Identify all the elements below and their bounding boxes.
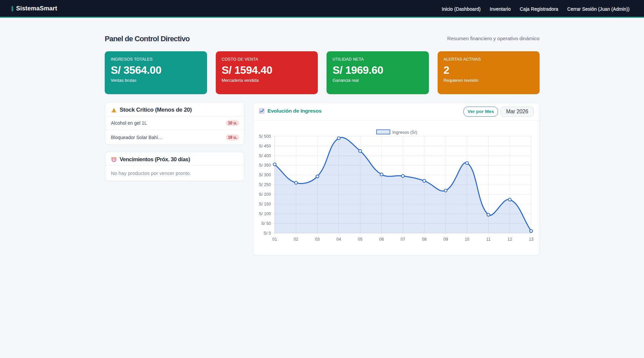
svg-text:S/ 450: S/ 450 bbox=[259, 143, 271, 148]
svg-text:S/ 300: S/ 300 bbox=[259, 173, 271, 177]
svg-text:10: 10 bbox=[465, 237, 469, 242]
svg-text:S/ 0: S/ 0 bbox=[263, 231, 271, 235]
svg-text:11: 11 bbox=[486, 237, 491, 242]
svg-text:Ingresos (S/): Ingresos (S/) bbox=[392, 129, 417, 134]
svg-text:S/ 150: S/ 150 bbox=[259, 202, 271, 206]
svg-text:13: 13 bbox=[529, 237, 534, 242]
svg-text:05: 05 bbox=[358, 237, 362, 242]
svg-text:01: 01 bbox=[272, 237, 277, 242]
svg-text:S/ 100: S/ 100 bbox=[259, 211, 271, 216]
svg-text:S/ 250: S/ 250 bbox=[259, 182, 271, 187]
svg-text:S/ 400: S/ 400 bbox=[259, 153, 271, 158]
svg-text:09: 09 bbox=[443, 237, 448, 242]
svg-text:03: 03 bbox=[315, 237, 320, 242]
svg-text:S/ 350: S/ 350 bbox=[259, 163, 271, 168]
svg-text:06: 06 bbox=[379, 237, 384, 242]
svg-text:02: 02 bbox=[294, 237, 298, 242]
svg-text:07: 07 bbox=[401, 237, 405, 242]
svg-text:S/ 50: S/ 50 bbox=[261, 221, 271, 226]
svg-text:08: 08 bbox=[422, 237, 427, 242]
svg-text:04: 04 bbox=[337, 237, 341, 242]
svg-text:S/ 500: S/ 500 bbox=[259, 134, 271, 138]
svg-text:S/ 200: S/ 200 bbox=[259, 192, 271, 197]
svg-text:12: 12 bbox=[507, 237, 512, 242]
